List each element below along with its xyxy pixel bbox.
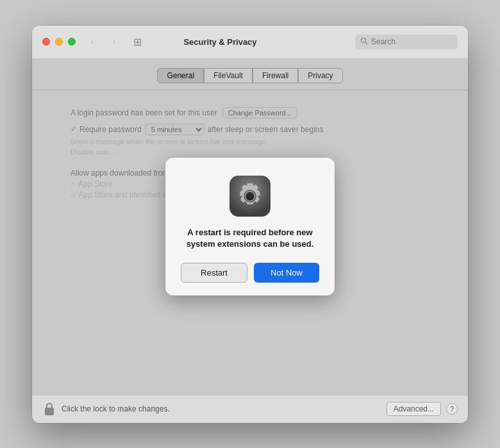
bottom-bar: Click the lock to make changes. Advanced…	[32, 395, 468, 423]
restart-button[interactable]: Restart	[181, 263, 247, 283]
search-input[interactable]	[371, 37, 453, 46]
lock-icon[interactable]	[42, 402, 56, 416]
advanced-button[interactable]: Advanced...	[387, 402, 441, 416]
close-button[interactable]	[42, 38, 50, 46]
lock-area: Click the lock to make changes.	[42, 402, 387, 416]
system-preferences-icon	[229, 176, 271, 217]
restart-dialog: A restart is required before new system …	[165, 158, 335, 295]
minimize-button[interactable]	[55, 38, 63, 46]
lock-text: Click the lock to make changes.	[62, 404, 170, 413]
svg-point-4	[247, 193, 253, 199]
not-now-button[interactable]: Not Now	[254, 263, 319, 283]
modal-buttons: Restart Not Now	[181, 263, 319, 283]
system-preferences-window: ‹ › ⊞ Security & Privacy General FileVau…	[32, 26, 468, 423]
search-icon	[360, 37, 368, 47]
help-button[interactable]: ?	[446, 403, 458, 415]
modal-overlay: A restart is required before new system …	[32, 59, 468, 395]
svg-line-1	[365, 42, 367, 44]
traffic-lights	[42, 38, 76, 46]
search-box[interactable]	[355, 35, 458, 49]
title-bar: ‹ › ⊞ Security & Privacy	[32, 26, 468, 59]
maximize-button[interactable]	[68, 38, 76, 46]
modal-message: A restart is required before new system …	[181, 227, 319, 250]
content-area: General FileVault Firewall Privacy A log…	[32, 59, 468, 395]
svg-rect-6	[45, 408, 54, 415]
window-title: Security & Privacy	[85, 37, 355, 47]
